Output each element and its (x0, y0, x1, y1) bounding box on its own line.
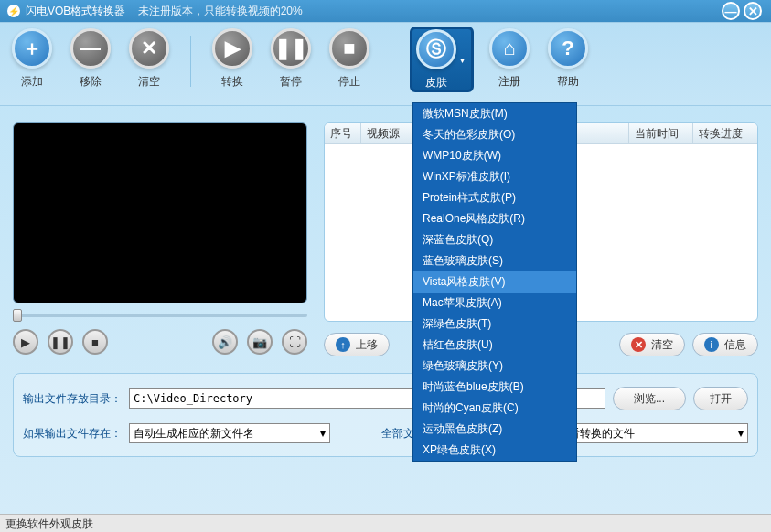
register-button[interactable]: ⌂ (489, 28, 530, 69)
skin-menu-item[interactable]: 桔红色皮肤(U) (413, 335, 576, 356)
titlebar: ⚡ 闪电VOB格式转换器 未注册版本，只能转换视频的20% — ✕ (0, 0, 771, 22)
remove-button[interactable]: — (70, 28, 111, 69)
fullscreen-icon[interactable]: ⛶ (282, 329, 307, 355)
app-title: 闪电VOB格式转换器 未注册版本，只能转换视频的20% (26, 4, 764, 19)
move-up-button[interactable]: ↑上移 (324, 333, 390, 356)
skin-button[interactable]: Ⓢ (416, 29, 456, 69)
skin-menu-item[interactable]: 时尚的Cyan皮肤(C) (413, 398, 576, 419)
seek-slider[interactable] (13, 307, 307, 324)
clear-button[interactable]: ✕ (129, 28, 169, 69)
skin-menu-item[interactable]: 绿色玻璃皮肤(Y) (413, 356, 576, 377)
skin-menu-item[interactable]: WinXP标准皮肤(I) (413, 166, 576, 187)
video-preview (13, 122, 307, 303)
browse-button[interactable]: 浏览... (613, 387, 686, 410)
convert-button[interactable]: ▶ (212, 28, 252, 69)
skin-dropdown[interactable]: Ⓢ 皮肤 ▾ 微软MSN皮肤(M)冬天的色彩皮肤(O)WMP10皮肤(W)Win… (410, 27, 474, 92)
skin-menu-item[interactable]: 深蓝色皮肤(Q) (413, 229, 576, 250)
toolbar: ＋添加 —移除 ✕清空 ▶转换 ❚❚暂停 ■停止 Ⓢ 皮肤 ▾ 微软MSN皮肤(… (0, 22, 771, 106)
help-button[interactable]: ? (548, 28, 588, 69)
skin-menu-item[interactable]: 运动黑色皮肤(Z) (413, 419, 576, 440)
skin-menu: 微软MSN皮肤(M)冬天的色彩皮肤(O)WMP10皮肤(W)WinXP标准皮肤(… (412, 102, 577, 462)
skin-menu-item[interactable]: Mac苹果皮肤(A) (413, 293, 576, 314)
output-panel: 输出文件存放目录： 浏览... 打开 如果输出文件存在： 自动生成相应的新文件名… (13, 373, 758, 457)
play-icon[interactable]: ▶ (13, 329, 38, 355)
skin-menu-item[interactable]: XP绿色皮肤(X) (413, 440, 576, 461)
snapshot-icon[interactable]: 📷 (247, 329, 273, 355)
clear-list-button[interactable]: ✕清空 (619, 333, 685, 356)
skin-menu-item[interactable]: Vista风格皮肤(V) (413, 271, 576, 293)
volume-icon[interactable]: 🔊 (212, 329, 238, 355)
stop-button[interactable]: ■ (329, 28, 369, 69)
app-icon: ⚡ (7, 5, 20, 17)
info-button[interactable]: i信息 (692, 333, 758, 356)
skin-menu-item[interactable]: 冬天的色彩皮肤(O) (413, 124, 576, 145)
chevron-down-icon[interactable]: ▾ (456, 55, 467, 65)
skin-menu-item[interactable]: Protein样式皮肤(P) (413, 187, 576, 208)
skin-menu-item[interactable]: RealOne风格皮肤(R) (413, 208, 576, 229)
pause-icon[interactable]: ❚❚ (48, 329, 73, 355)
close-button[interactable]: ✕ (744, 2, 762, 20)
stop-icon[interactable]: ■ (82, 329, 108, 355)
pause-button[interactable]: ❚❚ (271, 28, 311, 69)
skin-menu-item[interactable]: 时尚蓝色blue皮肤(B) (413, 377, 576, 398)
open-button[interactable]: 打开 (693, 387, 748, 410)
minimize-button[interactable]: — (722, 2, 740, 20)
skin-menu-item[interactable]: 微软MSN皮肤(M) (413, 103, 576, 124)
skin-menu-item[interactable]: 蓝色玻璃皮肤(S) (413, 250, 576, 271)
skin-menu-item[interactable]: 深绿色皮肤(T) (413, 314, 576, 335)
status-bar: 更换软件外观皮肤 (0, 514, 771, 532)
exists-label: 如果输出文件存在： (23, 426, 122, 442)
add-button[interactable]: ＋ (12, 28, 52, 69)
output-dir-label: 输出文件存放目录： (23, 391, 122, 407)
exists-select[interactable]: 自动生成相应的新文件名 (129, 423, 330, 443)
skin-menu-item[interactable]: WMP10皮肤(W) (413, 145, 576, 166)
